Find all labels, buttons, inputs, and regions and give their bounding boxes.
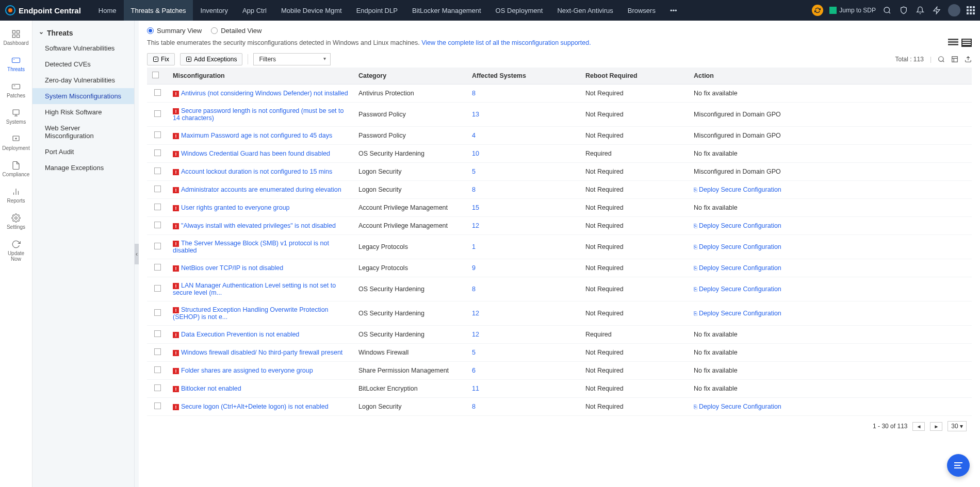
leftnav-item[interactable]: Settings [0, 209, 32, 235]
affected-systems-link[interactable]: 11 [472, 385, 479, 392]
misconfiguration-link[interactable]: Secure password length is not configured… [173, 107, 344, 122]
header-action[interactable]: Action [689, 68, 972, 85]
header-reboot[interactable]: Reboot Required [580, 68, 689, 85]
topnav-item[interactable]: Endpoint DLP [349, 0, 405, 21]
fix-button[interactable]: Fix [147, 53, 175, 65]
topnav-more[interactable]: ••• [663, 7, 684, 14]
bell-icon[interactable] [915, 5, 925, 15]
deploy-link[interactable]: ⎘Deploy Secure Configuration [694, 310, 781, 317]
leftnav-item[interactable]: Threats [0, 51, 32, 77]
header-category[interactable]: Category [353, 68, 467, 85]
row-checkbox[interactable] [154, 264, 161, 271]
topnav-item[interactable]: BitLocker Management [405, 0, 488, 21]
sidenav-item[interactable]: High Risk Software [32, 104, 134, 120]
misconfiguration-link[interactable]: Administrator accounts are enumerated du… [181, 186, 341, 193]
header-checkbox[interactable] [147, 68, 168, 85]
affected-systems-link[interactable]: 8 [472, 90, 476, 97]
misconfiguration-link[interactable]: "Always install with elevated privileges… [181, 222, 336, 229]
sidenav-item[interactable]: Detected CVEs [32, 56, 134, 72]
list-view-icon[interactable] [961, 39, 972, 47]
user-avatar[interactable] [948, 4, 960, 16]
affected-systems-link[interactable]: 1 [472, 243, 476, 250]
bolt-icon[interactable] [932, 5, 942, 15]
topnav-item[interactable]: Home [91, 0, 124, 21]
leftnav-item[interactable]: Deployment [0, 130, 32, 156]
deploy-link[interactable]: ⎘Deploy Secure Configuration [694, 403, 781, 410]
affected-systems-link[interactable]: 5 [472, 349, 476, 356]
deploy-link[interactable]: ⎘Deploy Secure Configuration [694, 286, 781, 293]
affected-systems-link[interactable]: 12 [472, 310, 479, 317]
affected-systems-link[interactable]: 9 [472, 264, 476, 272]
filters-dropdown[interactable]: Filters [253, 53, 331, 65]
misconfiguration-link[interactable]: Structured Exception Handling Overwrite … [173, 306, 329, 321]
misconfiguration-link[interactable]: Data Execution Prevention is not enabled [181, 331, 299, 338]
detailed-view-radio[interactable]: Detailed View [211, 27, 262, 35]
misconfiguration-link[interactable]: Account lockout duration is not configur… [181, 168, 332, 175]
deploy-link[interactable]: ⎘Deploy Secure Configuration [694, 186, 781, 193]
sidenav-item[interactable]: Software Vulnerabilities [32, 40, 134, 56]
row-checkbox[interactable] [154, 186, 161, 192]
topnav-item[interactable]: Threats & Patches [124, 0, 193, 21]
search-icon[interactable] [882, 5, 892, 15]
collapse-handle[interactable] [135, 21, 139, 487]
row-checkbox[interactable] [154, 243, 161, 249]
topnav-item[interactable]: Inventory [193, 0, 235, 21]
topnav-item[interactable]: Next-Gen Antivirus [550, 0, 620, 21]
misconfiguration-link[interactable]: Maximum Password age is not configured t… [181, 132, 332, 139]
affected-systems-link[interactable]: 8 [472, 186, 476, 193]
row-checkbox[interactable] [154, 204, 161, 210]
page-size-select[interactable]: 30 ▾ [948, 421, 967, 431]
affected-systems-link[interactable]: 13 [472, 111, 479, 118]
jump-to-sdp[interactable]: Jump to SDP [829, 7, 876, 14]
prev-page-button[interactable]: ◄ [912, 422, 925, 431]
brand[interactable]: Endpoint Central [5, 5, 91, 15]
chat-fab[interactable] [947, 454, 970, 477]
grid-view-icon[interactable] [948, 39, 958, 47]
affected-systems-link[interactable]: 12 [472, 331, 479, 338]
leftnav-item[interactable]: Systems [0, 104, 32, 130]
shield-icon[interactable] [899, 5, 909, 15]
row-checkbox[interactable] [154, 167, 161, 174]
row-checkbox[interactable] [154, 110, 161, 117]
affected-systems-link[interactable]: 8 [472, 286, 476, 293]
row-checkbox[interactable] [154, 89, 161, 96]
row-checkbox[interactable] [154, 222, 161, 228]
export-icon[interactable] [965, 56, 972, 63]
refresh-button[interactable] [812, 5, 823, 16]
add-exceptions-button[interactable]: Add Exceptions [180, 53, 242, 65]
leftnav-item[interactable]: Dashboard [0, 25, 32, 51]
misconfiguration-link[interactable]: Folder shares are assigned to everyone g… [181, 367, 313, 374]
topnav-item[interactable]: OS Deployment [488, 0, 550, 21]
row-checkbox[interactable] [154, 402, 161, 409]
misconfiguration-link[interactable]: Windows Credential Guard has been found … [181, 150, 330, 157]
affected-systems-link[interactable]: 6 [472, 367, 476, 374]
row-checkbox[interactable] [154, 149, 161, 156]
next-page-button[interactable]: ► [930, 422, 942, 431]
header-affected[interactable]: Affected Systems [467, 68, 580, 85]
deploy-link[interactable]: ⎘Deploy Secure Configuration [694, 264, 781, 272]
affected-systems-link[interactable]: 12 [472, 222, 479, 229]
topnav-item[interactable]: Browsers [620, 0, 663, 21]
sidenav-item[interactable]: Web Server Misconfiguration [32, 120, 134, 144]
topnav-item[interactable]: Mobile Device Mgmt [274, 0, 349, 21]
search-table-icon[interactable] [938, 56, 945, 63]
deploy-link[interactable]: ⎘Deploy Secure Configuration [694, 243, 781, 250]
leftnav-item[interactable]: Reports [0, 182, 32, 209]
affected-systems-link[interactable]: 15 [472, 204, 479, 211]
affected-systems-link[interactable]: 4 [472, 132, 476, 139]
leftnav-item[interactable]: Compliance [0, 156, 32, 182]
misconfiguration-link[interactable]: Bitlocker not enabled [181, 385, 241, 392]
leftnav-item[interactable]: Update Now [0, 235, 32, 267]
misconfiguration-link[interactable]: NetBios over TCP/IP is not disabled [181, 264, 283, 272]
row-checkbox[interactable] [154, 309, 161, 316]
deploy-link[interactable]: ⎘Deploy Secure Configuration [694, 222, 781, 229]
leftnav-item[interactable]: Patches [0, 77, 32, 104]
row-checkbox[interactable] [154, 384, 161, 391]
columns-icon[interactable] [951, 56, 958, 63]
topnav-item[interactable]: App Ctrl [235, 0, 274, 21]
row-checkbox[interactable] [154, 330, 161, 337]
affected-systems-link[interactable]: 8 [472, 403, 476, 410]
row-checkbox[interactable] [154, 366, 161, 373]
row-checkbox[interactable] [154, 285, 161, 292]
header-misconfiguration[interactable]: Misconfiguration [168, 68, 353, 85]
